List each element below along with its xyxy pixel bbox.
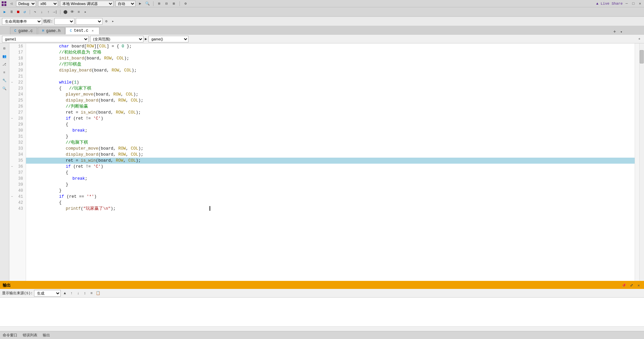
continue-icon[interactable]: ▶ bbox=[2, 9, 7, 15]
line-num-28[interactable]: 28 − bbox=[9, 116, 26, 122]
line-num-41[interactable]: 41 − bbox=[9, 194, 26, 200]
line-num-32[interactable]: 32 bbox=[9, 140, 26, 146]
stop-icon[interactable]: ⏹ bbox=[15, 9, 21, 15]
tab-close-test-c[interactable]: ✕ bbox=[90, 28, 95, 33]
line-num-42[interactable]: 42 bbox=[9, 200, 26, 206]
code-line-18[interactable]: init_board(board, ROW, COL); bbox=[26, 55, 635, 61]
new-tab-icon[interactable]: + bbox=[612, 29, 617, 34]
code-line-42[interactable]: { bbox=[26, 200, 635, 206]
line-num-43[interactable]: 43 bbox=[9, 206, 26, 212]
play-icon[interactable]: ▶ bbox=[137, 1, 143, 6]
live-share-label[interactable]: ▲ Live Share bbox=[596, 2, 623, 6]
restart-icon[interactable]: ↺ bbox=[22, 9, 27, 15]
code-line-36[interactable]: if (ret != 'C') bbox=[26, 164, 635, 170]
run-to-cursor-icon[interactable]: →| bbox=[52, 9, 58, 15]
status-output[interactable]: 输出 bbox=[43, 333, 50, 338]
code-line-22[interactable]: while(1) bbox=[26, 79, 635, 86]
line-num-26[interactable]: 26 bbox=[9, 104, 26, 110]
solution-explorer-icon[interactable]: ⊞ bbox=[1, 45, 8, 52]
line-num-19[interactable]: 19 bbox=[9, 61, 26, 67]
thread-dropdown[interactable] bbox=[54, 18, 74, 25]
tab-label-game-c[interactable]: game.c bbox=[18, 29, 33, 33]
more-debug-icon[interactable]: ▸ bbox=[83, 9, 88, 15]
properties-icon[interactable]: ≡ bbox=[1, 69, 8, 76]
grid-icon[interactable]: ⊞ bbox=[156, 1, 162, 6]
expand-toolbar-icon[interactable]: ▸ bbox=[110, 19, 116, 24]
tab-list-icon[interactable]: ▾ bbox=[619, 29, 624, 34]
line-num-20[interactable]: 20 bbox=[9, 67, 26, 73]
status-command-window[interactable]: 命令窗口 bbox=[3, 333, 17, 338]
debug-dropdown[interactable]: Debug bbox=[16, 1, 36, 7]
line-num-16[interactable]: 16 bbox=[9, 43, 26, 49]
code-line-21[interactable] bbox=[26, 73, 635, 79]
function-dropdown[interactable]: game() bbox=[148, 36, 189, 42]
code-line-37[interactable]: { bbox=[26, 170, 635, 176]
output-sort-icon[interactable]: ↕ bbox=[82, 291, 87, 296]
maximize-icon[interactable]: □ bbox=[631, 1, 636, 6]
line-num-24[interactable]: 24 bbox=[9, 92, 26, 98]
step-out-icon[interactable]: ↑ bbox=[46, 9, 51, 15]
editor-scrollbar[interactable] bbox=[639, 43, 644, 281]
breakpoints-icon[interactable]: ⬤ bbox=[63, 9, 68, 15]
code-line-28[interactable]: if (ret != 'C') bbox=[26, 116, 635, 122]
add-location-icon[interactable]: + bbox=[637, 36, 642, 42]
output-close-icon[interactable]: ✕ bbox=[636, 283, 641, 288]
fold-41[interactable]: − bbox=[10, 195, 14, 199]
code-content[interactable]: char board[ROW][COL] = { 0 }; //初始化棋盘为 空… bbox=[26, 43, 635, 281]
output-float-icon[interactable]: ⤢ bbox=[629, 283, 634, 288]
line-num-31[interactable]: 31 bbox=[9, 134, 26, 140]
config-icon[interactable]: ⚙ bbox=[183, 1, 188, 6]
class-view-icon[interactable]: 🔍 bbox=[1, 85, 8, 92]
toolbox-icon[interactable]: 🔧 bbox=[1, 77, 8, 84]
line-num-37[interactable]: 37 bbox=[9, 170, 26, 176]
status-error-list[interactable]: 错误列表 bbox=[23, 333, 37, 338]
vs-logo-icon[interactable] bbox=[1, 1, 7, 6]
expand-icon[interactable]: ⊠ bbox=[171, 1, 177, 6]
pause-icon[interactable]: ⏸ bbox=[9, 9, 14, 15]
tab-game-c[interactable]: C game.c bbox=[10, 27, 37, 34]
step-over-icon[interactable]: ↷ bbox=[32, 9, 38, 15]
fold-28[interactable]: − bbox=[10, 117, 14, 121]
close-window-icon[interactable]: ✕ bbox=[637, 1, 643, 6]
code-line-39[interactable]: } bbox=[26, 182, 635, 188]
debugger-dropdown[interactable]: 本地 Windows 调试器 bbox=[60, 1, 113, 7]
line-num-25[interactable]: 25 bbox=[9, 98, 26, 104]
output-up-icon[interactable]: ▲ bbox=[62, 291, 67, 296]
output-bottom-scrollbar[interactable] bbox=[0, 326, 644, 331]
code-line-20[interactable]: display_board(board, ROW, COL); bbox=[26, 67, 635, 73]
line-num-27[interactable]: 27 bbox=[9, 110, 26, 116]
fold-36[interactable]: − bbox=[10, 165, 14, 169]
configure-icon[interactable]: ⚙ bbox=[104, 19, 109, 24]
format-icon[interactable]: ≡ bbox=[76, 9, 81, 15]
code-line-41[interactable]: if (ret == '*') bbox=[26, 194, 635, 200]
line-num-38[interactable]: 38 bbox=[9, 176, 26, 182]
line-num-17[interactable]: 17 bbox=[9, 49, 26, 55]
line-num-35[interactable]: 35 bbox=[9, 158, 26, 164]
fold-22[interactable]: − bbox=[10, 80, 14, 84]
minimize-icon[interactable]: ─ bbox=[624, 1, 629, 6]
line-num-30[interactable]: 30 bbox=[9, 128, 26, 134]
output-source-dropdown[interactable]: 生成 bbox=[34, 290, 61, 297]
line-num-18[interactable]: 18 bbox=[9, 55, 26, 61]
line-num-40[interactable]: 40 bbox=[9, 188, 26, 194]
tab-test-c[interactable]: C test.c ✕ bbox=[65, 27, 99, 34]
line-num-21[interactable]: 21 bbox=[9, 73, 26, 79]
tab-game-h[interactable]: H game.h bbox=[38, 27, 65, 34]
code-line-40[interactable]: } bbox=[26, 188, 635, 194]
code-line-38[interactable]: break; bbox=[26, 176, 635, 182]
back-icon[interactable]: ◁ bbox=[9, 1, 14, 6]
split-icon[interactable]: ⊟ bbox=[164, 1, 169, 6]
scroll-thumb[interactable] bbox=[640, 50, 644, 63]
auto-dropdown[interactable]: 自动 bbox=[115, 1, 135, 7]
code-line-16[interactable]: char board[ROW][COL] = { 0 }; bbox=[26, 43, 635, 49]
git-changes-icon[interactable]: ⎇ bbox=[1, 61, 8, 68]
lifecycle-dropdown[interactable]: 生命周期事件 bbox=[2, 18, 42, 25]
code-line-30[interactable]: break; bbox=[26, 128, 635, 134]
code-line-31[interactable]: } bbox=[26, 134, 635, 140]
team-explorer-icon[interactable]: 👥 bbox=[1, 53, 8, 60]
tab-label-test-c[interactable]: test.c bbox=[74, 28, 88, 33]
search-toolbar-icon[interactable]: 🔍 bbox=[145, 1, 150, 6]
project-dropdown[interactable]: game1 bbox=[2, 36, 89, 42]
code-line-29[interactable]: { bbox=[26, 122, 635, 128]
line-num-36[interactable]: 36 − bbox=[9, 164, 26, 170]
